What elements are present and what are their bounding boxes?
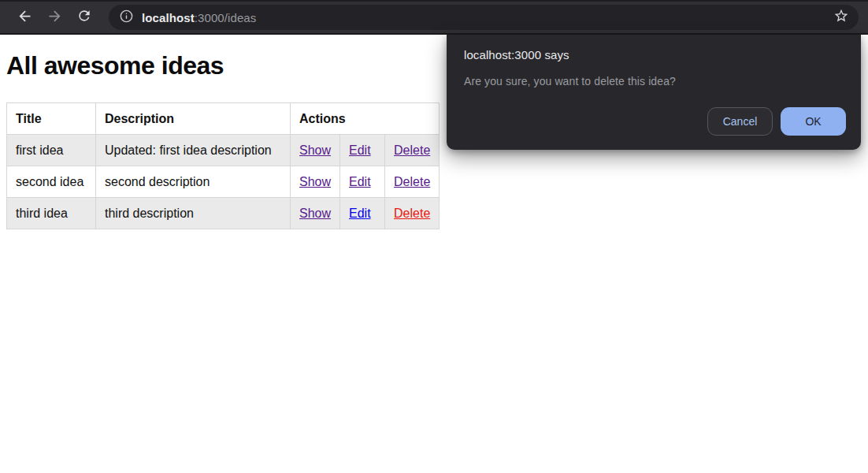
- ideas-table: Title Description Actions first ideaUpda…: [6, 102, 440, 229]
- reload-icon: [76, 8, 92, 27]
- url-bar[interactable]: localhost:3000/ideas: [109, 5, 859, 30]
- idea-title-cell: second idea: [7, 166, 96, 198]
- action-cell: Edit: [340, 166, 385, 198]
- show-link[interactable]: Show: [299, 143, 331, 157]
- url-host: localhost: [142, 11, 195, 24]
- dialog-title: localhost:3000 says: [464, 48, 845, 61]
- idea-description-cell: third description: [96, 198, 291, 229]
- page-info-icon[interactable]: [119, 9, 134, 27]
- dialog-message: Are you sure, you want to delete this id…: [464, 75, 845, 88]
- column-header-description: Description: [96, 103, 291, 135]
- dialog-buttons: Cancel OK: [707, 107, 846, 136]
- forward-button[interactable]: [41, 4, 68, 31]
- action-cell: Delete: [385, 166, 440, 198]
- confirm-dialog: localhost:3000 says Are you sure, you wa…: [447, 35, 861, 150]
- column-header-title: Title: [7, 103, 96, 135]
- edit-link[interactable]: Edit: [349, 143, 371, 157]
- delete-link[interactable]: Delete: [394, 175, 430, 188]
- bookmark-star-icon[interactable]: [833, 8, 849, 27]
- show-link[interactable]: Show: [299, 175, 331, 188]
- ideas-table-body: first ideaUpdated: first idea descriptio…: [7, 135, 440, 229]
- action-cell: Edit: [340, 198, 385, 229]
- action-cell: Delete: [385, 135, 440, 166]
- cancel-button[interactable]: Cancel: [707, 107, 773, 136]
- delete-link[interactable]: Delete: [394, 143, 430, 157]
- url-text: localhost:3000/ideas: [142, 11, 833, 24]
- column-header-actions: Actions: [291, 103, 440, 135]
- delete-link[interactable]: Delete: [394, 207, 430, 220]
- action-cell: Show: [291, 198, 340, 229]
- forward-arrow-icon: [46, 8, 63, 28]
- action-cell: Show: [291, 166, 340, 198]
- edit-link[interactable]: Edit: [349, 175, 371, 188]
- reload-button[interactable]: [71, 4, 98, 31]
- table-row: third ideathird descriptionShowEditDelet…: [7, 198, 440, 229]
- table-row: first ideaUpdated: first idea descriptio…: [7, 135, 440, 166]
- idea-description-cell: Updated: first idea description: [96, 135, 291, 166]
- back-button[interactable]: [11, 4, 38, 31]
- action-cell: Delete: [385, 198, 440, 229]
- edit-link[interactable]: Edit: [349, 207, 371, 220]
- idea-title-cell: third idea: [7, 198, 96, 229]
- show-link[interactable]: Show: [299, 207, 331, 220]
- action-cell: Show: [291, 135, 340, 166]
- ok-button[interactable]: OK: [781, 107, 846, 136]
- action-cell: Edit: [340, 135, 385, 166]
- table-row: second ideasecond descriptionShowEditDel…: [7, 166, 440, 198]
- table-header-row: Title Description Actions: [7, 103, 440, 135]
- back-arrow-icon: [17, 8, 33, 28]
- idea-description-cell: second description: [96, 166, 291, 198]
- url-path: :3000/ideas: [195, 11, 257, 24]
- idea-title-cell: first idea: [7, 135, 96, 166]
- browser-toolbar: localhost:3000/ideas: [0, 0, 868, 35]
